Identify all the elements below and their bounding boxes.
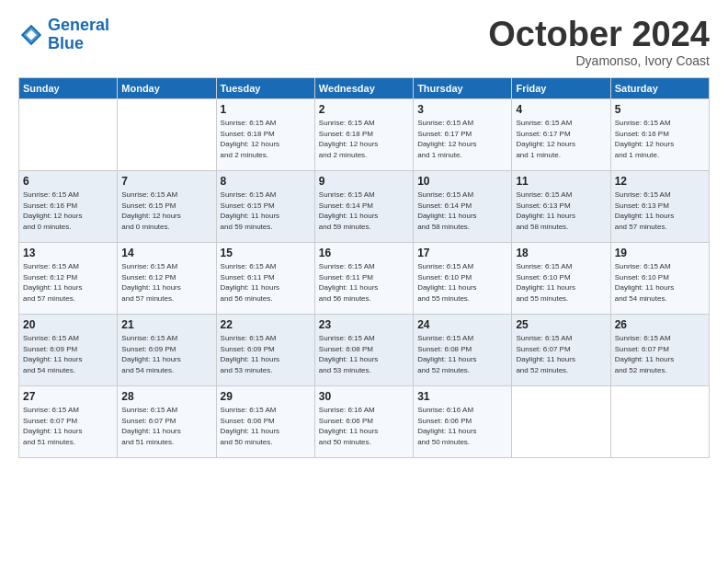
day-cell xyxy=(512,386,610,458)
day-number: 12 xyxy=(615,175,705,188)
day-info: Sunrise: 6:15 AM Sunset: 6:12 PM Dayligh… xyxy=(121,261,211,304)
col-header-monday: Monday xyxy=(118,78,216,99)
day-cell: 14Sunrise: 6:15 AM Sunset: 6:12 PM Dayli… xyxy=(118,243,216,315)
day-number: 6 xyxy=(23,175,113,188)
day-number: 28 xyxy=(121,390,211,403)
day-info: Sunrise: 6:15 AM Sunset: 6:09 PM Dayligh… xyxy=(23,333,113,375)
week-row-2: 6Sunrise: 6:15 AM Sunset: 6:16 PM Daylig… xyxy=(19,171,710,243)
day-number: 8 xyxy=(221,175,311,188)
day-info: Sunrise: 6:15 AM Sunset: 6:09 PM Dayligh… xyxy=(121,333,211,375)
logo-line2: Blue xyxy=(48,34,84,52)
day-number: 1 xyxy=(221,103,311,116)
day-cell: 13Sunrise: 6:15 AM Sunset: 6:12 PM Dayli… xyxy=(19,243,118,315)
day-info: Sunrise: 6:15 AM Sunset: 6:18 PM Dayligh… xyxy=(221,118,311,160)
day-number: 25 xyxy=(516,318,606,331)
day-number: 15 xyxy=(221,247,311,259)
day-info: Sunrise: 6:15 AM Sunset: 6:10 PM Dayligh… xyxy=(516,261,606,304)
day-number: 9 xyxy=(319,175,409,188)
calendar-table: SundayMondayTuesdayWednesdayThursdayFrid… xyxy=(18,77,710,458)
day-cell: 23Sunrise: 6:15 AM Sunset: 6:08 PM Dayli… xyxy=(314,315,413,386)
day-info: Sunrise: 6:15 AM Sunset: 6:09 PM Dayligh… xyxy=(221,333,311,375)
logo-text: General Blue xyxy=(48,17,109,53)
day-info: Sunrise: 6:15 AM Sunset: 6:13 PM Dayligh… xyxy=(516,190,606,232)
day-cell: 16Sunrise: 6:15 AM Sunset: 6:11 PM Dayli… xyxy=(314,243,413,315)
day-number: 18 xyxy=(516,247,606,259)
day-info: Sunrise: 6:15 AM Sunset: 6:15 PM Dayligh… xyxy=(221,190,311,232)
day-cell: 22Sunrise: 6:15 AM Sunset: 6:09 PM Dayli… xyxy=(216,315,314,386)
day-cell xyxy=(19,99,118,171)
day-cell: 10Sunrise: 6:15 AM Sunset: 6:14 PM Dayli… xyxy=(414,171,512,243)
day-number: 26 xyxy=(615,318,705,331)
col-header-saturday: Saturday xyxy=(610,78,709,99)
day-cell: 31Sunrise: 6:16 AM Sunset: 6:06 PM Dayli… xyxy=(414,386,512,458)
day-info: Sunrise: 6:15 AM Sunset: 6:17 PM Dayligh… xyxy=(417,118,507,160)
day-cell: 1Sunrise: 6:15 AM Sunset: 6:18 PM Daylig… xyxy=(216,99,314,171)
day-info: Sunrise: 6:15 AM Sunset: 6:15 PM Dayligh… xyxy=(121,190,211,232)
week-row-3: 13Sunrise: 6:15 AM Sunset: 6:12 PM Dayli… xyxy=(19,243,710,315)
day-number: 17 xyxy=(417,247,507,259)
day-cell xyxy=(118,99,216,171)
day-info: Sunrise: 6:15 AM Sunset: 6:17 PM Dayligh… xyxy=(516,118,606,160)
day-number: 11 xyxy=(516,175,606,188)
day-number: 16 xyxy=(319,247,409,259)
day-cell xyxy=(610,386,709,458)
day-number: 21 xyxy=(121,318,211,331)
col-header-thursday: Thursday xyxy=(414,78,512,99)
day-info: Sunrise: 6:15 AM Sunset: 6:07 PM Dayligh… xyxy=(23,405,113,447)
page: General Blue October 2024 Dyamonso, Ivor… xyxy=(0,0,728,467)
logo-icon xyxy=(18,22,44,48)
col-header-tuesday: Tuesday xyxy=(216,78,314,99)
day-cell: 29Sunrise: 6:15 AM Sunset: 6:06 PM Dayli… xyxy=(216,386,314,458)
day-cell: 3Sunrise: 6:15 AM Sunset: 6:17 PM Daylig… xyxy=(414,99,512,171)
day-cell: 24Sunrise: 6:15 AM Sunset: 6:08 PM Dayli… xyxy=(414,315,512,386)
col-header-friday: Friday xyxy=(512,78,610,99)
day-number: 5 xyxy=(615,103,705,116)
day-number: 19 xyxy=(615,247,705,259)
day-info: Sunrise: 6:15 AM Sunset: 6:12 PM Dayligh… xyxy=(23,261,113,304)
logo: General Blue xyxy=(18,17,109,53)
week-row-5: 27Sunrise: 6:15 AM Sunset: 6:07 PM Dayli… xyxy=(19,386,710,458)
day-number: 22 xyxy=(221,318,311,331)
day-number: 30 xyxy=(319,390,409,403)
day-info: Sunrise: 6:16 AM Sunset: 6:06 PM Dayligh… xyxy=(417,405,507,447)
header-row: SundayMondayTuesdayWednesdayThursdayFrid… xyxy=(19,78,710,99)
day-cell: 30Sunrise: 6:16 AM Sunset: 6:06 PM Dayli… xyxy=(314,386,413,458)
day-number: 31 xyxy=(417,390,507,403)
day-cell: 6Sunrise: 6:15 AM Sunset: 6:16 PM Daylig… xyxy=(19,171,118,243)
day-info: Sunrise: 6:15 AM Sunset: 6:14 PM Dayligh… xyxy=(319,190,409,232)
location: Dyamonso, Ivory Coast xyxy=(488,53,710,68)
day-cell: 9Sunrise: 6:15 AM Sunset: 6:14 PM Daylig… xyxy=(314,171,413,243)
day-cell: 15Sunrise: 6:15 AM Sunset: 6:11 PM Dayli… xyxy=(216,243,314,315)
day-number: 3 xyxy=(417,103,507,116)
day-info: Sunrise: 6:15 AM Sunset: 6:11 PM Dayligh… xyxy=(319,261,409,304)
day-cell: 12Sunrise: 6:15 AM Sunset: 6:13 PM Dayli… xyxy=(610,171,709,243)
col-header-sunday: Sunday xyxy=(19,78,118,99)
day-number: 10 xyxy=(417,175,507,188)
col-header-wednesday: Wednesday xyxy=(314,78,413,99)
day-info: Sunrise: 6:15 AM Sunset: 6:08 PM Dayligh… xyxy=(417,333,507,375)
day-number: 4 xyxy=(516,103,606,116)
title-block: October 2024 Dyamonso, Ivory Coast xyxy=(488,17,710,68)
day-info: Sunrise: 6:15 AM Sunset: 6:11 PM Dayligh… xyxy=(221,261,311,304)
day-info: Sunrise: 6:15 AM Sunset: 6:13 PM Dayligh… xyxy=(615,190,705,232)
day-cell: 8Sunrise: 6:15 AM Sunset: 6:15 PM Daylig… xyxy=(216,171,314,243)
week-row-4: 20Sunrise: 6:15 AM Sunset: 6:09 PM Dayli… xyxy=(19,315,710,386)
day-number: 2 xyxy=(319,103,409,116)
day-cell: 4Sunrise: 6:15 AM Sunset: 6:17 PM Daylig… xyxy=(512,99,610,171)
day-info: Sunrise: 6:15 AM Sunset: 6:07 PM Dayligh… xyxy=(516,333,606,375)
day-cell: 20Sunrise: 6:15 AM Sunset: 6:09 PM Dayli… xyxy=(19,315,118,386)
day-cell: 11Sunrise: 6:15 AM Sunset: 6:13 PM Dayli… xyxy=(512,171,610,243)
day-number: 20 xyxy=(23,318,113,331)
day-number: 14 xyxy=(121,247,211,259)
day-number: 27 xyxy=(23,390,113,403)
day-number: 13 xyxy=(23,247,113,259)
day-info: Sunrise: 6:15 AM Sunset: 6:16 PM Dayligh… xyxy=(615,118,705,160)
day-number: 24 xyxy=(417,318,507,331)
day-info: Sunrise: 6:15 AM Sunset: 6:08 PM Dayligh… xyxy=(319,333,409,375)
day-cell: 21Sunrise: 6:15 AM Sunset: 6:09 PM Dayli… xyxy=(118,315,216,386)
day-info: Sunrise: 6:15 AM Sunset: 6:07 PM Dayligh… xyxy=(615,333,705,375)
week-row-1: 1Sunrise: 6:15 AM Sunset: 6:18 PM Daylig… xyxy=(19,99,710,171)
day-info: Sunrise: 6:15 AM Sunset: 6:10 PM Dayligh… xyxy=(417,261,507,304)
day-number: 23 xyxy=(319,318,409,331)
day-info: Sunrise: 6:16 AM Sunset: 6:06 PM Dayligh… xyxy=(319,405,409,447)
